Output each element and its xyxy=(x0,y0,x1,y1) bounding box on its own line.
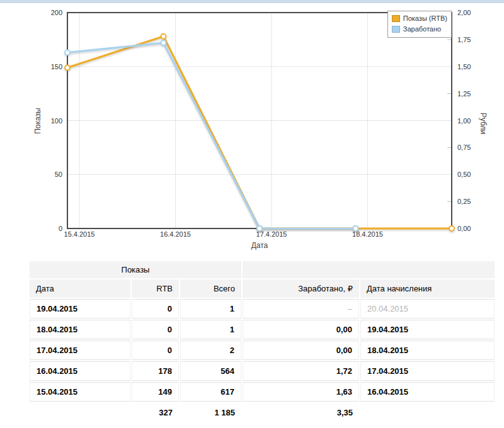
left-tick-label: 200 xyxy=(51,9,62,16)
x-tick-label: 16.4.2015 xyxy=(160,230,191,238)
legend-label-impressions-rtb: Показы (RTB) xyxy=(403,13,447,24)
cell-date: 18.04.2015 xyxy=(30,320,130,339)
right-tick-label: 0,00 xyxy=(457,225,471,232)
column-header-rtb: RTB xyxy=(132,279,179,298)
cell-total: 2 xyxy=(180,341,241,360)
line-chart-svg: Показы Рубли Дата 15.4.201516.4.201517.4… xyxy=(0,3,504,254)
group-header-empty xyxy=(243,261,495,278)
earned-swatch xyxy=(392,26,400,33)
series-0 xyxy=(65,34,454,231)
data-point-marker xyxy=(257,226,262,231)
group-header-impressions: Показы xyxy=(30,261,241,278)
table-row: 19.04.201501–20.04.2015 xyxy=(30,299,495,318)
totals-earned: 3,35 xyxy=(243,403,359,422)
cell-earned: 0,00 xyxy=(243,341,359,360)
stats-table: Показы Дата RTB Всего Заработано, ₽ Дата… xyxy=(28,260,496,423)
table-row: 16.04.20151785641,7217.04.2015 xyxy=(30,361,495,381)
cell-rtb: 178 xyxy=(132,361,179,381)
cell-earned: 1,72 xyxy=(243,361,359,381)
cell-earned: – xyxy=(243,299,359,318)
series-1 xyxy=(65,40,358,231)
column-header-row: Дата RTB Всего Заработано, ₽ Дата начисл… xyxy=(30,279,495,298)
cell-total: 564 xyxy=(180,361,241,381)
table-row: 17.04.2015020,0018.04.2015 xyxy=(30,341,495,360)
column-header-total: Всего xyxy=(180,279,241,298)
cell-date: 15.04.2015 xyxy=(30,382,130,402)
cell-accrual-date: 20.04.2015 xyxy=(360,299,495,318)
totals-total: 1 185 xyxy=(180,403,241,422)
cell-accrual-date: 18.04.2015 xyxy=(360,341,495,360)
totals-row: 327 1 185 3,35 xyxy=(30,403,495,422)
x-tick-label: 15.4.2015 xyxy=(64,230,95,238)
group-header-row: Показы xyxy=(30,261,495,278)
totals-empty-date xyxy=(30,403,130,422)
right-tick-label: 0,50 xyxy=(457,171,471,178)
totals-rtb: 327 xyxy=(132,403,179,422)
x-axis-title: Дата xyxy=(251,241,268,250)
column-header-earned: Заработано, ₽ xyxy=(243,279,359,298)
cell-date: 17.04.2015 xyxy=(30,341,130,360)
right-tick-label: 1,75 xyxy=(457,36,471,43)
right-tick-label: 1,25 xyxy=(457,90,471,98)
data-point-marker xyxy=(65,50,70,55)
right-axis-title: Рубли xyxy=(479,113,488,134)
table-row: 18.04.2015010,0019.04.2015 xyxy=(30,320,495,339)
cell-accrual-date: 16.04.2015 xyxy=(360,382,495,402)
stats-table-container: Показы Дата RTB Всего Заработано, ₽ Дата… xyxy=(28,260,504,423)
series-line-0 xyxy=(67,37,452,228)
chart-legend: Показы (RTB) Заработано xyxy=(387,11,452,38)
data-point-marker xyxy=(65,65,70,70)
data-point-marker xyxy=(353,226,358,231)
column-header-accrual-date: Дата начисления xyxy=(360,279,495,298)
cell-rtb: 0 xyxy=(132,341,179,360)
left-tick-label: 150 xyxy=(51,63,62,70)
totals-empty-accrual xyxy=(360,403,495,422)
left-tick-label: 50 xyxy=(55,171,62,178)
cell-accrual-date: 17.04.2015 xyxy=(360,361,495,381)
x-tick-label: 18.4.2015 xyxy=(352,230,383,238)
cell-total: 617 xyxy=(180,382,241,402)
x-tick-label: 17.4.2015 xyxy=(256,230,287,238)
legend-item-impressions-rtb[interactable]: Показы (RTB) xyxy=(392,13,447,24)
impressions-rtb-swatch xyxy=(392,15,400,22)
data-point-marker xyxy=(161,34,166,39)
cell-total: 1 xyxy=(180,320,241,339)
cell-date: 19.04.2015 xyxy=(30,299,130,318)
right-tick-label: 1,50 xyxy=(457,63,471,70)
left-tick-label: 100 xyxy=(51,117,62,125)
data-point-marker xyxy=(161,40,166,45)
legend-label-earned: Заработано xyxy=(403,24,441,35)
cell-rtb: 0 xyxy=(132,299,179,318)
legend-item-earned[interactable]: Заработано xyxy=(392,24,447,35)
right-tick-label: 2,00 xyxy=(457,9,471,16)
cell-rtb: 0 xyxy=(132,320,179,339)
table-row: 15.04.20151496171,6316.04.2015 xyxy=(30,382,495,402)
left-tick-label: 0 xyxy=(59,225,62,232)
cell-rtb: 149 xyxy=(132,382,179,402)
left-axis-title: Показы xyxy=(33,108,42,133)
series-line-1 xyxy=(67,43,356,228)
data-point-marker xyxy=(449,226,454,231)
cell-earned: 1,63 xyxy=(243,382,359,402)
cell-earned: 0,00 xyxy=(243,320,359,339)
cell-date: 16.04.2015 xyxy=(30,361,130,381)
right-tick-label: 0,75 xyxy=(457,144,471,151)
chart-area: Показы Рубли Дата 15.4.201516.4.201517.4… xyxy=(0,3,504,254)
column-header-date: Дата xyxy=(30,279,130,298)
cell-accrual-date: 19.04.2015 xyxy=(360,320,495,339)
cell-total: 1 xyxy=(180,299,241,318)
right-tick-label: 0,25 xyxy=(457,198,471,205)
right-tick-label: 1,00 xyxy=(457,117,471,125)
